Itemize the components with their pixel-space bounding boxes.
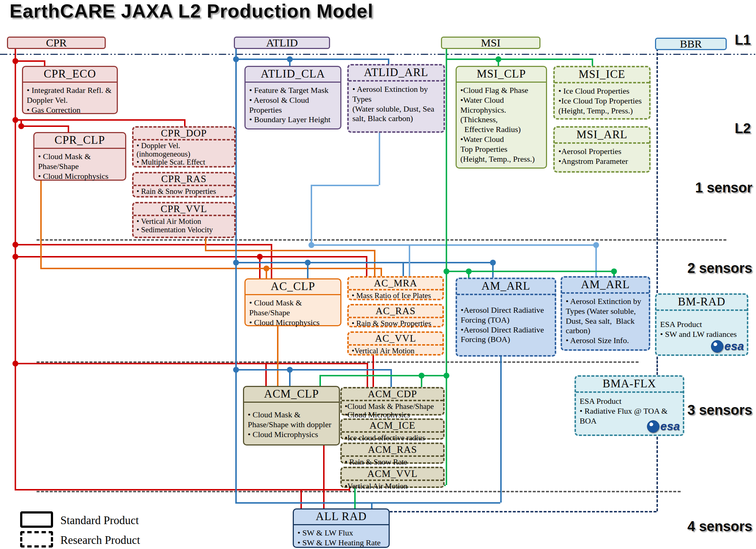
product-box-acm-vvl: ACM_VVL •Vertical Air Motion bbox=[340, 467, 445, 488]
junction-dot-red bbox=[12, 117, 18, 123]
product-title: ATLID_CLA bbox=[246, 67, 340, 83]
connector-line-red bbox=[44, 60, 45, 66]
product-line: Phase/Shape bbox=[38, 162, 121, 172]
connector-line-blue bbox=[235, 262, 492, 263]
product-body: •Aerosol Properties•Angstrom Parameter bbox=[555, 144, 649, 169]
connector-line-red bbox=[68, 125, 69, 132]
product-body: •Cloud Mask & Phase/Shape•Cloud Microphy… bbox=[342, 401, 443, 420]
product-box-ac-ras: AC_RAS • Rain & Snow Properties bbox=[347, 304, 444, 327]
junction-dot-lblue bbox=[308, 242, 314, 248]
junction-dot-red bbox=[257, 254, 263, 260]
product-title: AM_ARL bbox=[562, 278, 649, 294]
junction-dot-red bbox=[18, 123, 24, 129]
product-line: (Thickness, bbox=[460, 115, 542, 125]
legend-research-label: Research Product bbox=[60, 534, 140, 547]
connector-line-orange bbox=[40, 181, 42, 268]
connector-line-blue bbox=[235, 59, 388, 60]
product-line: • Rain & Snow Properties bbox=[352, 319, 439, 328]
product-title: ATLID_ARL bbox=[349, 65, 444, 82]
junction-dot-orange bbox=[263, 266, 269, 271]
junction-dot-red bbox=[12, 58, 18, 64]
product-line: • Ice Cloud Properties bbox=[558, 86, 645, 96]
connector-line-red bbox=[15, 256, 366, 257]
connector-line-lblue bbox=[379, 133, 380, 185]
product-body: • Rain & Snow Rate bbox=[342, 457, 443, 467]
product-title: CPR_RAS bbox=[134, 173, 234, 186]
connector-line-orange bbox=[205, 238, 206, 250]
junction-dot-blue bbox=[287, 56, 293, 62]
product-box-cpr-clp: CPR_CLP • Cloud Mask &Phase/Shape• Cloud… bbox=[33, 132, 126, 181]
product-line: • Aerosol Size Info. bbox=[566, 336, 645, 346]
product-body: •Aerosol Direct RadiativeForcing (TOA)•A… bbox=[457, 295, 555, 347]
product-line: Forcing (TOA) bbox=[461, 315, 551, 325]
product-box-ac-vvl: AC_VVL •Vertical Air Motion bbox=[347, 331, 444, 356]
product-line: •Ice cloud effective radius bbox=[345, 434, 440, 442]
l1-header-cpr: CPR bbox=[7, 37, 106, 49]
product-box-acm-clp: ACM_CLP • Cloud Mask &Phase/Shape with d… bbox=[243, 386, 340, 445]
product-title: ACM_CLP bbox=[244, 387, 339, 403]
product-box-acm-ice: ACM_ICE •Ice cloud effective radius bbox=[340, 418, 445, 440]
esa-logo: esa bbox=[711, 339, 744, 353]
product-box-bm-rad: BM-RAD ESA Product• SW and LW radiances … bbox=[655, 293, 748, 356]
junction-dot-green bbox=[444, 373, 449, 379]
connector-line-red bbox=[271, 244, 272, 279]
product-box-acm-cdp: ACM_CDP •Cloud Mask & Phase/Shape•Cloud … bbox=[340, 387, 445, 415]
connector-line-blue bbox=[235, 48, 237, 503]
product-line: (Height, Temp., Press.) bbox=[558, 106, 645, 116]
label-l2: L2 bbox=[735, 121, 751, 136]
product-body: • Aerosol Extinction byTypes(Water solub… bbox=[349, 82, 444, 127]
product-box-cpr-eco: CPR_ECO • Integrated Radar Refl. &Dopple… bbox=[22, 66, 118, 114]
junction-dot-lblue bbox=[593, 242, 599, 248]
product-line: •Aerosol Direct Radiative bbox=[461, 305, 551, 315]
connector-line-blue bbox=[235, 502, 500, 504]
connector-line-blue bbox=[500, 357, 502, 503]
product-line: • Aerosol & Cloud bbox=[249, 95, 337, 105]
connector-line-red bbox=[20, 125, 68, 127]
product-box-msi-ice: MSI_ICE • Ice Cloud Properties•Ice Cloud… bbox=[553, 66, 651, 120]
l1-header-atlid: ATLID bbox=[234, 37, 330, 49]
product-box-am-arl-extinction: AM_ARL • Aerosol Extinction byTypes (Wat… bbox=[561, 276, 650, 351]
l1-header-bbr: BBR bbox=[655, 38, 727, 50]
product-line: •Cloud Microphysics bbox=[345, 411, 440, 419]
connector-line-red bbox=[15, 119, 184, 121]
connector-line-blue bbox=[371, 502, 373, 509]
product-box-ac-mra: AC_MRA • Mass Ratio of Ice Plates bbox=[347, 276, 444, 300]
label-1-sensor: 1 sensor bbox=[695, 180, 752, 196]
product-line: •Vertical Air Motion bbox=[352, 347, 439, 355]
product-title: MSI_ARL bbox=[555, 128, 649, 144]
product-line: carbon) bbox=[566, 326, 645, 336]
connector-line-blue bbox=[403, 262, 404, 277]
product-body: • Aerosol Extinction byTypes (Water solu… bbox=[562, 294, 649, 349]
product-body: •Ice cloud effective radius bbox=[342, 433, 443, 443]
product-box-atlid-arl: ATLID_ARL • Aerosol Extinction byTypes(W… bbox=[347, 64, 445, 133]
product-line: Forcing (BOA) bbox=[461, 335, 551, 345]
junction-dot-red bbox=[12, 254, 18, 260]
product-body: • Rain & Snow Properties bbox=[349, 318, 442, 329]
product-line: • Doppler Vel. bbox=[136, 142, 231, 150]
product-line: •Ice Cloud Top Properties bbox=[558, 96, 645, 106]
product-body: ESA Product• SW and LW radiances bbox=[656, 311, 747, 342]
connector-line-navy bbox=[390, 511, 656, 512]
junction-dot-red bbox=[12, 242, 18, 248]
product-line: • SW and LW radiances bbox=[660, 330, 743, 339]
connector-line-red bbox=[184, 119, 186, 127]
product-title: ALL RAD bbox=[294, 509, 389, 525]
junction-dot-green bbox=[495, 56, 501, 62]
product-line: • Cloud Microphysics bbox=[248, 430, 335, 440]
junction-dot-blue bbox=[233, 260, 239, 266]
connector-line-red bbox=[373, 356, 374, 387]
product-title: AC_MRA bbox=[349, 278, 442, 290]
product-line: •Cloud Mask & Phase/Shape bbox=[345, 402, 440, 411]
connector-line-orange bbox=[40, 268, 381, 269]
product-line: •Cloud Flag & Phase bbox=[460, 86, 542, 95]
product-body: •Cloud Flag & Phase•Water CloudMicrophys… bbox=[457, 83, 546, 167]
connector-line-red bbox=[15, 489, 349, 490]
product-title: ACM_RAS bbox=[342, 444, 443, 457]
product-title: CPR_CLP bbox=[34, 133, 125, 149]
connector-line-navy bbox=[656, 48, 658, 293]
product-line: Phase/Shape bbox=[249, 308, 337, 318]
product-body: • Cloud Mask &Phase/Shape• Cloud Microph… bbox=[246, 295, 340, 330]
l1-header-msi: MSI bbox=[441, 37, 540, 49]
product-line: •Water Cloud bbox=[460, 95, 542, 105]
connector-line-red bbox=[15, 363, 367, 364]
